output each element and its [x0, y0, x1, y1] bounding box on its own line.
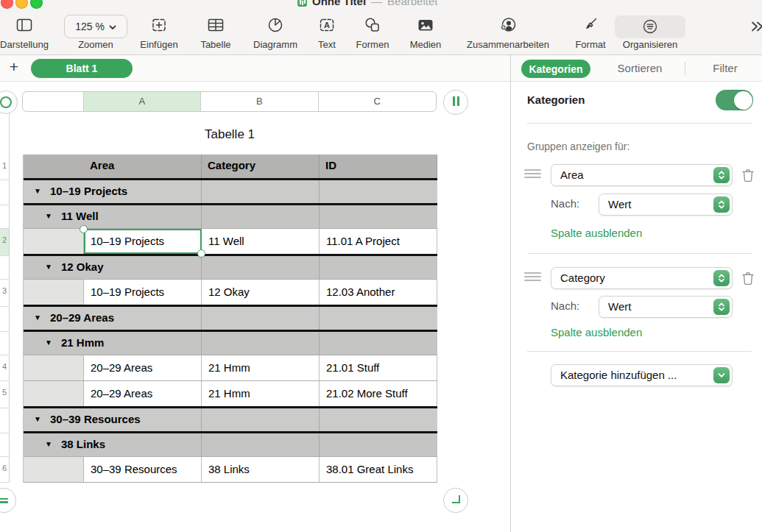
- row-header-4[interactable]: 4: [0, 355, 10, 381]
- add-sheet-button[interactable]: +: [6, 58, 22, 76]
- group-row-38-links[interactable]: ▼ 38 Links: [24, 433, 437, 457]
- group-label: 20–29 Areas: [50, 311, 114, 324]
- selected-value: Wert: [608, 198, 631, 210]
- minimize-window-button[interactable]: [15, 0, 28, 9]
- header-cell-category[interactable]: Category: [202, 155, 320, 178]
- disclosure-triangle-icon[interactable]: ▼: [45, 338, 52, 347]
- sheet-canvas: A B C Tabelle 1 1 2 3 4 5 6 Area Categor…: [0, 82, 510, 532]
- group-row-21-hmm[interactable]: ▼ 21 Hmm: [24, 332, 437, 355]
- add-column-handle[interactable]: [443, 90, 468, 115]
- disclosure-triangle-icon[interactable]: ▼: [45, 212, 52, 220]
- group-by-select-area[interactable]: Wert: [599, 194, 733, 216]
- row-header-2[interactable]: 2: [0, 229, 10, 256]
- add-row-handle[interactable]: [0, 488, 16, 513]
- tab-sortieren[interactable]: Sortieren: [614, 62, 666, 74]
- table-cell[interactable]: 11 Well: [202, 229, 320, 254]
- document-title: Ohne Titel: [312, 0, 366, 7]
- group-by-select-category[interactable]: Wert: [599, 296, 733, 318]
- table-title[interactable]: Tabelle 1: [23, 127, 437, 142]
- zoom-level-dropdown[interactable]: 125 %: [64, 15, 127, 38]
- row-strip-cell[interactable]: [0, 307, 10, 332]
- table-cell[interactable]: 10–19 Projects: [84, 280, 202, 305]
- disclosure-triangle-icon[interactable]: ▼: [45, 440, 52, 448]
- group-label: 38 Links: [61, 438, 105, 450]
- group-row-20-29[interactable]: ▼ 20–29 Areas: [24, 307, 437, 332]
- collaborate-icon: [498, 15, 518, 38]
- toolbar-button-organize[interactable]: Organisieren: [613, 15, 687, 50]
- categories-toggle[interactable]: [716, 90, 753, 110]
- drag-handle[interactable]: [524, 169, 541, 180]
- sheet-tab-blatt1[interactable]: Blatt 1: [31, 59, 133, 78]
- hide-column-link-category[interactable]: Spalte ausblenden: [551, 326, 642, 338]
- add-column-icon: [451, 96, 460, 109]
- table-resize-handle[interactable]: [443, 488, 468, 513]
- row-strip-cell[interactable]: [0, 408, 10, 433]
- table-cell[interactable]: 38 Links: [202, 457, 320, 482]
- row-header-5[interactable]: 5: [0, 381, 10, 408]
- disclosure-triangle-icon[interactable]: ▼: [34, 313, 41, 322]
- selection-handle[interactable]: [197, 249, 205, 258]
- gutter-cell[interactable]: [24, 280, 84, 305]
- toolbar-button-media[interactable]: Medien: [389, 15, 462, 50]
- column-header-gutter[interactable]: [23, 92, 84, 111]
- table-cell[interactable]: 20–29 Areas: [84, 355, 202, 380]
- toolbar-overflow-button[interactable]: [750, 21, 762, 35]
- table-cell[interactable]: 21 Hmm: [202, 355, 320, 380]
- group-label: 10–19 Projects: [50, 185, 127, 197]
- row-strip-cell[interactable]: [0, 433, 10, 457]
- column-header-b[interactable]: B: [201, 92, 318, 111]
- group-row-30-39[interactable]: ▼ 30–39 Resources: [24, 408, 437, 433]
- row-header-1[interactable]: 1: [0, 155, 10, 180]
- group-row-10-19[interactable]: ▼ 10–19 Projects: [24, 180, 437, 205]
- table-cell[interactable]: 20–29 Areas: [84, 381, 202, 406]
- tab-filter[interactable]: Filter: [702, 62, 748, 74]
- table-cell[interactable]: 30–39 Resources: [84, 457, 202, 482]
- header-cell-id[interactable]: ID: [320, 155, 437, 178]
- zoom-window-button[interactable]: [30, 0, 43, 9]
- row-header-3[interactable]: 3: [0, 280, 10, 307]
- disclosure-triangle-icon[interactable]: ▼: [45, 263, 52, 271]
- gutter-cell[interactable]: [24, 457, 84, 482]
- table-cell[interactable]: 12.03 Another: [320, 280, 437, 305]
- group-row-12-okay[interactable]: ▼ 12 Okay: [24, 256, 437, 280]
- add-category-dropdown[interactable]: Kategorie hinzufügen ...: [551, 364, 733, 386]
- hide-column-link-area[interactable]: Spalte ausblenden: [551, 227, 642, 239]
- table-select-handle[interactable]: [0, 91, 18, 114]
- table-cell[interactable]: 21 Hmm: [202, 381, 320, 406]
- drag-handle[interactable]: [524, 272, 541, 283]
- table-cell[interactable]: 38.01 Great Links: [320, 457, 437, 482]
- row-strip-cell[interactable]: [0, 180, 10, 205]
- toolbar-button-view[interactable]: Darstellung: [0, 15, 61, 50]
- gutter-cell[interactable]: [24, 229, 84, 254]
- header-cell-area[interactable]: Area: [84, 155, 202, 178]
- row-strip-cell[interactable]: [0, 256, 10, 280]
- row-strip-cell[interactable]: [0, 332, 10, 355]
- media-icon: [416, 15, 435, 38]
- gutter-cell[interactable]: [24, 381, 84, 406]
- disclosure-triangle-icon[interactable]: ▼: [34, 187, 41, 195]
- organize-icon: [615, 15, 685, 38]
- tab-kategorien[interactable]: Kategorien: [521, 60, 590, 78]
- row-strip-cell[interactable]: [0, 205, 10, 229]
- disclosure-triangle-icon[interactable]: ▼: [34, 415, 41, 423]
- delete-category-button[interactable]: [741, 168, 755, 185]
- row-header-6[interactable]: 6: [0, 457, 10, 483]
- selection-handle[interactable]: [80, 225, 88, 233]
- close-window-button[interactable]: [1, 0, 13, 9]
- table-cell[interactable]: 21.01 Stuff: [320, 355, 437, 380]
- category-column-select-area[interactable]: Area: [551, 164, 733, 186]
- table-cell[interactable]: 11.01 A Project: [320, 229, 437, 254]
- selected-cell[interactable]: 10–19 Projects: [84, 229, 202, 254]
- toolbar-button-collaborate[interactable]: Zusammenarbeiten: [453, 15, 563, 50]
- column-header-c[interactable]: C: [319, 92, 436, 111]
- double-chevron-right-icon: [750, 22, 762, 35]
- row-header-strip: 1 2 3 4 5 6: [0, 155, 10, 483]
- category-column-select-category[interactable]: Category: [551, 267, 733, 289]
- gutter-cell[interactable]: [24, 355, 84, 380]
- table-cell[interactable]: 21.02 More Stuff: [320, 381, 437, 406]
- header-cell-gutter[interactable]: [24, 155, 84, 178]
- column-header-a[interactable]: A: [84, 92, 201, 111]
- delete-category-button[interactable]: [741, 271, 755, 288]
- toolbar-zoom-control[interactable]: 125 % Zoomen: [59, 15, 133, 50]
- table-cell[interactable]: 12 Okay: [202, 280, 320, 305]
